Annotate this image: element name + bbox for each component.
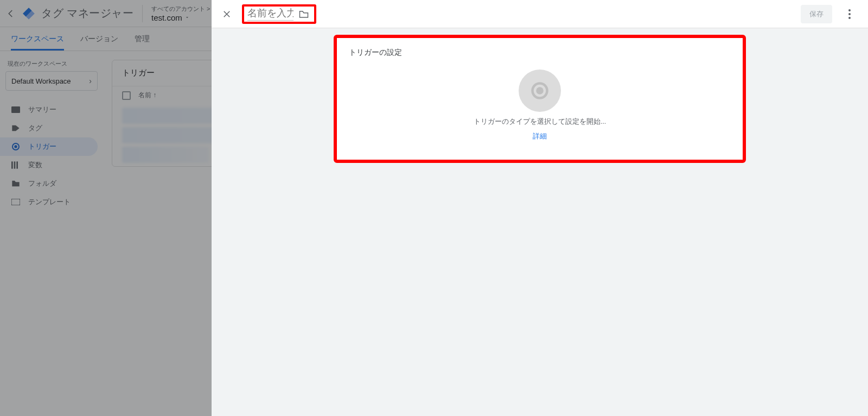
save-button[interactable]: 保存 <box>801 5 832 23</box>
name-input-wrapper <box>242 4 316 24</box>
svg-point-8 <box>848 13 851 15</box>
dim-overlay <box>0 0 212 416</box>
trigger-config-title: トリガーの設定 <box>349 48 731 58</box>
trigger-hint-text: トリガーのタイプを選択して設定を開始... <box>474 117 606 127</box>
more-menu-icon[interactable] <box>840 4 859 24</box>
svg-point-9 <box>848 17 851 19</box>
details-link[interactable]: 詳細 <box>533 132 547 141</box>
svg-point-7 <box>848 9 851 11</box>
panel-header: 保存 <box>212 0 868 28</box>
trigger-name-input[interactable] <box>247 8 293 21</box>
panel-body: トリガーの設定 トリガーのタイプを選択して設定を開始... 詳細 <box>212 28 868 416</box>
trigger-config-placeholder: トリガーのタイプを選択して設定を開始... 詳細 <box>349 70 731 141</box>
svg-point-11 <box>536 87 544 94</box>
trigger-config-card[interactable]: トリガーの設定 トリガーのタイプを選択して設定を開始... 詳細 <box>334 35 746 163</box>
trigger-placeholder-icon <box>519 70 561 112</box>
trigger-editor-panel: 保存 トリガーの設定 トリガーのタイプを選択して設定を開始... 詳細 <box>212 0 868 416</box>
close-icon[interactable] <box>216 3 238 25</box>
folder-icon[interactable] <box>299 10 309 18</box>
